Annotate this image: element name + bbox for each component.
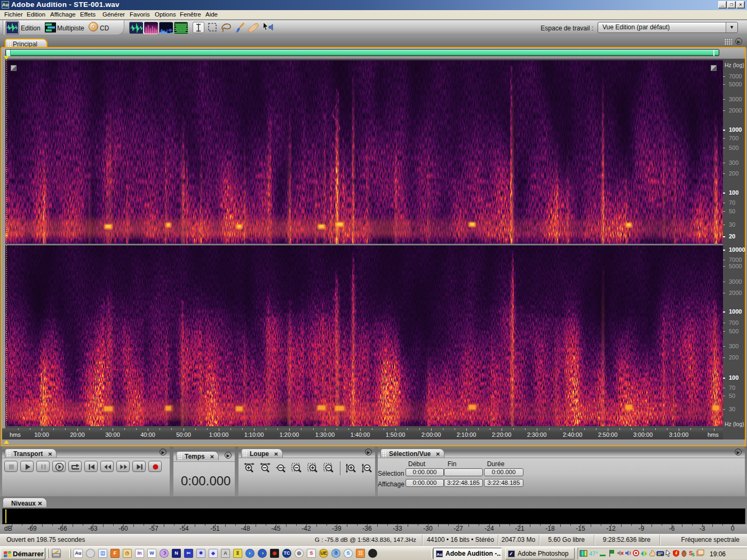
svg-text:$: $ xyxy=(692,552,695,557)
